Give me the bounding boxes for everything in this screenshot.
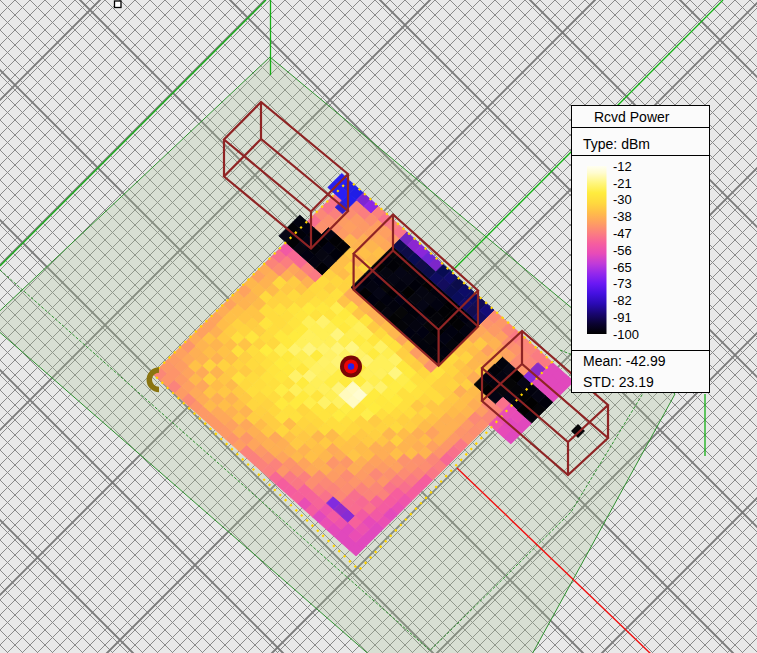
svg-text:-73: -73 (613, 276, 632, 291)
svg-text:-65: -65 (613, 260, 632, 275)
svg-text:-21: -21 (613, 176, 632, 191)
svg-text:-47: -47 (613, 226, 632, 241)
svg-text:-100: -100 (613, 327, 639, 342)
svg-text:STD: 23.19: STD: 23.19 (583, 374, 654, 390)
svg-text:Type: dBm: Type: dBm (583, 136, 650, 152)
svg-text:Mean: -42.99: Mean: -42.99 (583, 353, 666, 369)
svg-text:-12: -12 (613, 159, 632, 174)
svg-text:-56: -56 (613, 243, 632, 258)
svg-text:Rcvd Power: Rcvd Power (594, 109, 670, 125)
svg-text:-38: -38 (613, 209, 632, 224)
svg-text:-30: -30 (613, 192, 632, 207)
svg-text:-91: -91 (613, 310, 632, 325)
svg-text:-82: -82 (613, 293, 632, 308)
